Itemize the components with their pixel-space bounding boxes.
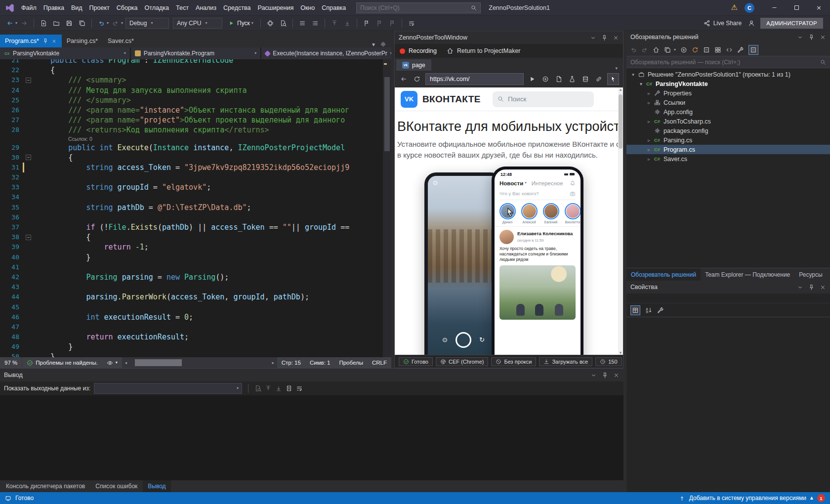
- editor-vertical-scrollbar[interactable]: [383, 59, 391, 357]
- se-pending-changes-icon[interactable]: [680, 46, 687, 53]
- configuration-dropdown[interactable]: Debug▾: [125, 18, 169, 29]
- uncomment-button[interactable]: [341, 17, 353, 29]
- se-refresh-icon[interactable]: [692, 46, 699, 53]
- tree-item[interactable]: ▹C#Parsing.cs: [626, 135, 830, 145]
- open-file-button[interactable]: [50, 17, 62, 29]
- se-back-icon[interactable]: [630, 46, 637, 53]
- panel-tab[interactable]: Вывод: [143, 480, 170, 492]
- warning-icon[interactable]: ⚠: [731, 4, 738, 11]
- browser-status-chip[interactable]: Загружать все: [539, 357, 592, 366]
- panel-tab[interactable]: Team Explorer — Подключение: [701, 268, 794, 281]
- link-tool-icon[interactable]: [594, 74, 604, 84]
- column-indicator[interactable]: Симв: 1: [305, 357, 335, 368]
- quick-search-input[interactable]: [360, 4, 471, 11]
- prev-bookmark-button[interactable]: [374, 17, 385, 29]
- se-show-all-files-icon[interactable]: [714, 46, 721, 53]
- tree-item[interactable]: App.config: [626, 107, 830, 117]
- redo-button[interactable]: [110, 17, 122, 29]
- window-position-icon[interactable]: [797, 284, 803, 291]
- code-line[interactable]: 34: [0, 192, 391, 202]
- codelens-references[interactable]: Ссылок: 0: [0, 135, 391, 143]
- code-line[interactable]: 40 }: [0, 252, 391, 262]
- se-preview-icon[interactable]: [748, 45, 758, 55]
- close-icon[interactable]: [51, 39, 57, 44]
- prev-message-icon[interactable]: [265, 385, 272, 392]
- tree-item[interactable]: ▹C#JsonToCsharp.cs: [626, 117, 830, 126]
- code-line[interactable]: 33 string groupId = "elgatovk";: [0, 182, 391, 192]
- tree-item[interactable]: ▾Решение "ZennoPosterSolution1" (проекты…: [626, 70, 830, 79]
- line-indicator[interactable]: Стр: 15: [277, 357, 305, 368]
- list-members-button[interactable]: [296, 17, 308, 29]
- code-line[interactable]: 41: [0, 262, 391, 272]
- recording-toggle[interactable]: Recording: [400, 47, 437, 54]
- menu-item[interactable]: Правка: [40, 0, 68, 15]
- code-line[interactable]: 23− /// <summary>: [0, 75, 391, 85]
- minimize-button[interactable]: ─: [763, 0, 786, 15]
- property-pages-icon[interactable]: [657, 307, 664, 314]
- next-message-icon[interactable]: [275, 385, 282, 392]
- browser-status-chip[interactable]: 150: [595, 357, 622, 366]
- live-share-button[interactable]: Live Share: [700, 20, 746, 27]
- close-icon[interactable]: [820, 284, 826, 291]
- browser-status-chip[interactable]: CEF (Chrome): [436, 357, 489, 366]
- solution-explorer-title-bar[interactable]: Обозреватель решений: [626, 31, 830, 43]
- story-item[interactable]: Евгений: [542, 203, 560, 224]
- code-line[interactable]: 44 parsing.ParserWork(access_Token, grou…: [0, 292, 391, 302]
- cursor-tool-button[interactable]: [607, 73, 619, 85]
- code-line[interactable]: 50 }: [0, 352, 391, 357]
- tab-list-icon[interactable]: ▾: [372, 42, 375, 47]
- output-source-dropdown[interactable]: ▾: [94, 383, 242, 394]
- pin-icon[interactable]: [808, 284, 815, 291]
- platform-dropdown[interactable]: Any CPU▾: [173, 18, 222, 29]
- start-debug-button[interactable]: Пуск▾: [225, 18, 257, 29]
- new-file-button[interactable]: [38, 17, 49, 29]
- properties-grid[interactable]: [626, 317, 830, 492]
- output-title-bar[interactable]: Вывод: [0, 369, 623, 381]
- add-to-source-control-button[interactable]: Добавить в систему управления версиями: [689, 495, 806, 502]
- eol-indicator[interactable]: CRLF: [368, 357, 391, 368]
- close-icon[interactable]: [820, 34, 826, 41]
- code-line[interactable]: 25 /// </summary>: [0, 95, 391, 105]
- tree-item[interactable]: ▹Properties: [626, 88, 830, 98]
- se-collapse-all-icon[interactable]: [703, 46, 710, 53]
- navigate-forward-button[interactable]: [18, 17, 30, 29]
- window-position-icon[interactable]: [797, 34, 803, 41]
- panel-tab[interactable]: Список ошибок: [90, 480, 142, 492]
- editor-tab[interactable]: Program.cs*: [0, 35, 62, 47]
- browser-scrollbar[interactable]: ▲▼: [618, 87, 623, 355]
- save-button[interactable]: [63, 17, 75, 29]
- code-line[interactable]: 43: [0, 282, 391, 292]
- story-item[interactable]: Виолетта: [564, 203, 581, 224]
- se-search-input[interactable]: [630, 59, 817, 66]
- se-properties-icon[interactable]: [737, 46, 744, 53]
- user-avatar[interactable]: C: [745, 3, 754, 13]
- vk-wordmark[interactable]: ВКОНТАКТЕ: [422, 94, 481, 105]
- undo-button[interactable]: [95, 17, 107, 29]
- code-line[interactable]: 28 /// <returns>Код выполнения скрипта</…: [0, 125, 391, 135]
- output-content[interactable]: [0, 395, 623, 480]
- code-line[interactable]: 24 /// Метод для запуска выполнения скри…: [0, 85, 391, 95]
- parameter-info-button[interactable]: [309, 17, 321, 29]
- background-tasks-icon[interactable]: [5, 495, 11, 502]
- browser-refresh-button[interactable]: [412, 74, 422, 84]
- code-line[interactable]: 26 /// <param name="instance">Объект инс…: [0, 105, 391, 115]
- maximize-button[interactable]: [786, 0, 808, 15]
- menu-item[interactable]: Справка: [318, 0, 349, 15]
- code-line[interactable]: 31 string access_Token = "3jpwe7kv9zpq82…: [0, 163, 391, 172]
- tree-item[interactable]: ▹C#Saver.cs: [626, 154, 830, 164]
- close-icon[interactable]: [613, 35, 619, 41]
- zoom-control[interactable]: 97 %: [0, 357, 22, 368]
- pin-icon[interactable]: [602, 372, 608, 378]
- vk-search-box[interactable]: Поиск: [493, 91, 594, 107]
- code-line[interactable]: 48 return executionResult;: [0, 332, 391, 342]
- tree-item[interactable]: ▹C#Program.cs: [626, 145, 830, 154]
- navigate-back-button[interactable]: [4, 17, 16, 29]
- code-line[interactable]: 36: [0, 212, 391, 222]
- feedback-icon[interactable]: [746, 17, 757, 29]
- se-view-code-icon[interactable]: [726, 46, 733, 53]
- navigation-bar-dropdown[interactable]: C#ParsingVkontakte▾: [0, 47, 130, 59]
- pin-icon[interactable]: [808, 34, 815, 41]
- find-message-icon[interactable]: [254, 385, 261, 392]
- menu-item[interactable]: Файл: [18, 0, 40, 15]
- window-position-icon[interactable]: [590, 35, 596, 41]
